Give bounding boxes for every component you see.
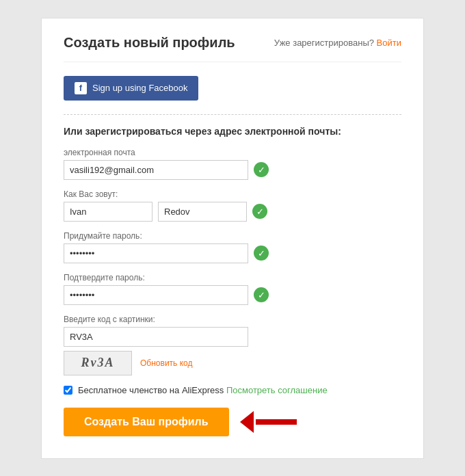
confirm-input[interactable]	[64, 285, 248, 305]
password-check-icon: ✓	[254, 246, 269, 261]
terms-row: Бесплатное членство на AliExpress Посмот…	[64, 385, 401, 395]
name-input-row: ✓	[64, 202, 401, 222]
facebook-button-label: Sign up using Facebook	[92, 83, 187, 93]
password-input-row: ✓	[64, 243, 401, 263]
name-group: Как Вас зовут: ✓	[64, 189, 401, 222]
email-label: электронная почта	[64, 148, 401, 157]
facebook-signup-button[interactable]: f Sign up using Facebook	[64, 76, 198, 101]
registration-card: Создать новый профиль Уже зарегистрирова…	[41, 18, 424, 459]
arrow-body	[256, 419, 297, 425]
confirm-input-row: ✓	[64, 285, 401, 305]
email-input[interactable]	[64, 160, 248, 180]
already-registered: Уже зарегистрированы? Войти	[274, 38, 401, 48]
name-check-icon: ✓	[252, 204, 267, 219]
email-check-icon: ✓	[254, 162, 269, 177]
submit-row: Создать Ваш профиль	[64, 408, 401, 436]
lastname-input[interactable]	[158, 202, 247, 222]
firstname-input[interactable]	[64, 202, 152, 222]
captcha-group: Введите код с картинки: Rv3A Обновить ко…	[64, 315, 401, 375]
captcha-area: Rv3A Обновить код	[64, 351, 401, 375]
page-title: Создать новый профиль	[64, 35, 235, 51]
facebook-icon: f	[75, 82, 87, 94]
password-group: Придумайте пароль: ✓	[64, 231, 401, 263]
confirm-check-icon: ✓	[254, 287, 269, 302]
refresh-captcha-link[interactable]: Обновить код	[140, 358, 192, 368]
already-text: Уже зарегистрированы?	[274, 38, 374, 48]
password-input[interactable]	[64, 243, 248, 263]
password-label: Придумайте пароль:	[64, 231, 401, 241]
confirm-group: Подтвердите пароль: ✓	[64, 273, 401, 305]
terms-checkbox[interactable]	[64, 386, 72, 395]
captcha-input[interactable]	[64, 327, 248, 347]
confirm-label: Подтвердите пароль:	[64, 273, 401, 282]
name-label: Как Вас зовут:	[64, 189, 401, 199]
terms-text[interactable]: Бесплатное членство на AliExpress Посмот…	[78, 385, 328, 395]
email-input-row: ✓	[64, 160, 401, 180]
captcha-label: Введите код с картинки:	[64, 315, 401, 324]
card-header: Создать новый профиль Уже зарегистрирова…	[64, 35, 401, 62]
login-link[interactable]: Войти	[377, 38, 401, 48]
submit-button[interactable]: Создать Ваш профиль	[64, 408, 229, 436]
email-section-title: Или зарегистрироваться через адрес элект…	[64, 126, 401, 137]
submit-arrow	[240, 411, 297, 433]
email-group: электронная почта ✓	[64, 148, 401, 180]
captcha-image: Rv3A	[64, 351, 132, 375]
arrow-head	[240, 411, 254, 433]
captcha-input-row	[64, 327, 401, 347]
section-divider	[64, 114, 401, 115]
terms-link[interactable]: Посмотреть соглашение	[226, 385, 328, 395]
